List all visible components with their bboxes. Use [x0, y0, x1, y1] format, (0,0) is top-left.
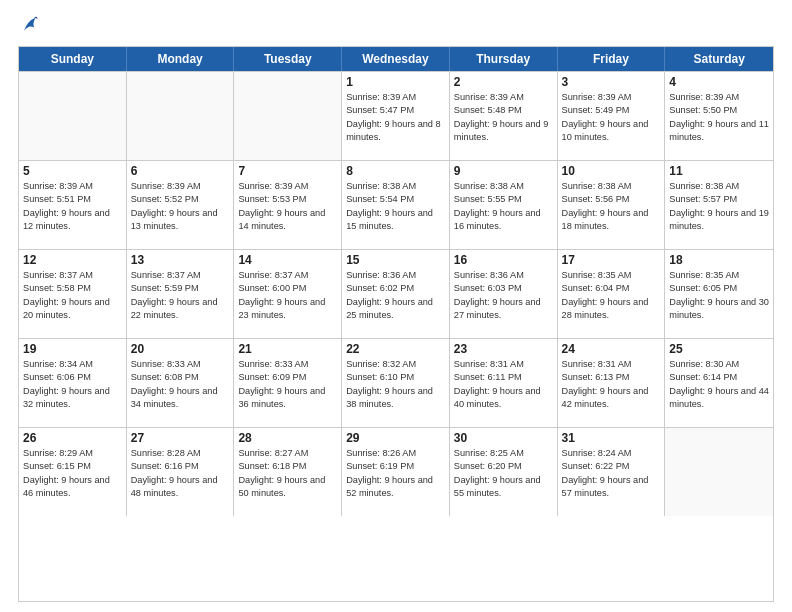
calendar-header: SundayMondayTuesdayWednesdayThursdayFrid…: [19, 47, 773, 71]
day-number: 26: [23, 431, 122, 445]
day-number: 15: [346, 253, 445, 267]
weekday-header: Thursday: [450, 47, 558, 71]
calendar-day-18: 18Sunrise: 8:35 AM Sunset: 6:05 PM Dayli…: [665, 250, 773, 338]
day-info: Sunrise: 8:33 AM Sunset: 6:09 PM Dayligh…: [238, 358, 337, 411]
day-number: 2: [454, 75, 553, 89]
calendar-empty-cell: [234, 72, 342, 160]
day-info: Sunrise: 8:39 AM Sunset: 5:53 PM Dayligh…: [238, 180, 337, 233]
day-number: 17: [562, 253, 661, 267]
calendar-day-21: 21Sunrise: 8:33 AM Sunset: 6:09 PM Dayli…: [234, 339, 342, 427]
day-number: 12: [23, 253, 122, 267]
calendar-day-23: 23Sunrise: 8:31 AM Sunset: 6:11 PM Dayli…: [450, 339, 558, 427]
day-info: Sunrise: 8:37 AM Sunset: 5:58 PM Dayligh…: [23, 269, 122, 322]
calendar-day-17: 17Sunrise: 8:35 AM Sunset: 6:04 PM Dayli…: [558, 250, 666, 338]
weekday-header: Friday: [558, 47, 666, 71]
calendar-day-29: 29Sunrise: 8:26 AM Sunset: 6:19 PM Dayli…: [342, 428, 450, 516]
day-number: 19: [23, 342, 122, 356]
day-info: Sunrise: 8:39 AM Sunset: 5:51 PM Dayligh…: [23, 180, 122, 233]
day-number: 14: [238, 253, 337, 267]
day-info: Sunrise: 8:38 AM Sunset: 5:56 PM Dayligh…: [562, 180, 661, 233]
day-number: 8: [346, 164, 445, 178]
day-number: 30: [454, 431, 553, 445]
calendar-week: 1Sunrise: 8:39 AM Sunset: 5:47 PM Daylig…: [19, 71, 773, 160]
calendar-week: 12Sunrise: 8:37 AM Sunset: 5:58 PM Dayli…: [19, 249, 773, 338]
header: [18, 16, 774, 36]
day-info: Sunrise: 8:35 AM Sunset: 6:04 PM Dayligh…: [562, 269, 661, 322]
day-number: 6: [131, 164, 230, 178]
weekday-header: Wednesday: [342, 47, 450, 71]
day-number: 24: [562, 342, 661, 356]
calendar-day-12: 12Sunrise: 8:37 AM Sunset: 5:58 PM Dayli…: [19, 250, 127, 338]
calendar-day-30: 30Sunrise: 8:25 AM Sunset: 6:20 PM Dayli…: [450, 428, 558, 516]
calendar-day-27: 27Sunrise: 8:28 AM Sunset: 6:16 PM Dayli…: [127, 428, 235, 516]
calendar-day-6: 6Sunrise: 8:39 AM Sunset: 5:52 PM Daylig…: [127, 161, 235, 249]
day-info: Sunrise: 8:31 AM Sunset: 6:13 PM Dayligh…: [562, 358, 661, 411]
weekday-header: Saturday: [665, 47, 773, 71]
day-number: 5: [23, 164, 122, 178]
day-number: 20: [131, 342, 230, 356]
day-info: Sunrise: 8:36 AM Sunset: 6:02 PM Dayligh…: [346, 269, 445, 322]
calendar-day-26: 26Sunrise: 8:29 AM Sunset: 6:15 PM Dayli…: [19, 428, 127, 516]
calendar-day-9: 9Sunrise: 8:38 AM Sunset: 5:55 PM Daylig…: [450, 161, 558, 249]
day-number: 25: [669, 342, 769, 356]
calendar-day-5: 5Sunrise: 8:39 AM Sunset: 5:51 PM Daylig…: [19, 161, 127, 249]
day-info: Sunrise: 8:38 AM Sunset: 5:55 PM Dayligh…: [454, 180, 553, 233]
day-info: Sunrise: 8:32 AM Sunset: 6:10 PM Dayligh…: [346, 358, 445, 411]
calendar-empty-cell: [665, 428, 773, 516]
day-number: 16: [454, 253, 553, 267]
calendar-week: 26Sunrise: 8:29 AM Sunset: 6:15 PM Dayli…: [19, 427, 773, 516]
day-info: Sunrise: 8:39 AM Sunset: 5:49 PM Dayligh…: [562, 91, 661, 144]
day-number: 11: [669, 164, 769, 178]
calendar-day-28: 28Sunrise: 8:27 AM Sunset: 6:18 PM Dayli…: [234, 428, 342, 516]
day-number: 10: [562, 164, 661, 178]
day-number: 27: [131, 431, 230, 445]
day-number: 23: [454, 342, 553, 356]
day-info: Sunrise: 8:39 AM Sunset: 5:52 PM Dayligh…: [131, 180, 230, 233]
day-info: Sunrise: 8:29 AM Sunset: 6:15 PM Dayligh…: [23, 447, 122, 500]
day-info: Sunrise: 8:37 AM Sunset: 5:59 PM Dayligh…: [131, 269, 230, 322]
calendar: SundayMondayTuesdayWednesdayThursdayFrid…: [18, 46, 774, 602]
calendar-week: 19Sunrise: 8:34 AM Sunset: 6:06 PM Dayli…: [19, 338, 773, 427]
day-number: 7: [238, 164, 337, 178]
day-info: Sunrise: 8:39 AM Sunset: 5:48 PM Dayligh…: [454, 91, 553, 144]
calendar-week: 5Sunrise: 8:39 AM Sunset: 5:51 PM Daylig…: [19, 160, 773, 249]
weekday-header: Sunday: [19, 47, 127, 71]
calendar-day-2: 2Sunrise: 8:39 AM Sunset: 5:48 PM Daylig…: [450, 72, 558, 160]
day-number: 4: [669, 75, 769, 89]
day-info: Sunrise: 8:26 AM Sunset: 6:19 PM Dayligh…: [346, 447, 445, 500]
calendar-day-7: 7Sunrise: 8:39 AM Sunset: 5:53 PM Daylig…: [234, 161, 342, 249]
day-number: 18: [669, 253, 769, 267]
calendar-empty-cell: [19, 72, 127, 160]
calendar-body: 1Sunrise: 8:39 AM Sunset: 5:47 PM Daylig…: [19, 71, 773, 516]
calendar-day-24: 24Sunrise: 8:31 AM Sunset: 6:13 PM Dayli…: [558, 339, 666, 427]
calendar-day-19: 19Sunrise: 8:34 AM Sunset: 6:06 PM Dayli…: [19, 339, 127, 427]
calendar-day-3: 3Sunrise: 8:39 AM Sunset: 5:49 PM Daylig…: [558, 72, 666, 160]
day-info: Sunrise: 8:37 AM Sunset: 6:00 PM Dayligh…: [238, 269, 337, 322]
calendar-empty-cell: [127, 72, 235, 160]
calendar-day-10: 10Sunrise: 8:38 AM Sunset: 5:56 PM Dayli…: [558, 161, 666, 249]
calendar-day-31: 31Sunrise: 8:24 AM Sunset: 6:22 PM Dayli…: [558, 428, 666, 516]
day-info: Sunrise: 8:27 AM Sunset: 6:18 PM Dayligh…: [238, 447, 337, 500]
logo-bird-icon: [20, 14, 38, 36]
day-info: Sunrise: 8:38 AM Sunset: 5:57 PM Dayligh…: [669, 180, 769, 233]
calendar-day-14: 14Sunrise: 8:37 AM Sunset: 6:00 PM Dayli…: [234, 250, 342, 338]
day-info: Sunrise: 8:31 AM Sunset: 6:11 PM Dayligh…: [454, 358, 553, 411]
day-info: Sunrise: 8:39 AM Sunset: 5:50 PM Dayligh…: [669, 91, 769, 144]
day-info: Sunrise: 8:33 AM Sunset: 6:08 PM Dayligh…: [131, 358, 230, 411]
day-info: Sunrise: 8:36 AM Sunset: 6:03 PM Dayligh…: [454, 269, 553, 322]
day-number: 21: [238, 342, 337, 356]
calendar-day-20: 20Sunrise: 8:33 AM Sunset: 6:08 PM Dayli…: [127, 339, 235, 427]
day-info: Sunrise: 8:39 AM Sunset: 5:47 PM Dayligh…: [346, 91, 445, 144]
day-number: 29: [346, 431, 445, 445]
day-info: Sunrise: 8:30 AM Sunset: 6:14 PM Dayligh…: [669, 358, 769, 411]
day-number: 9: [454, 164, 553, 178]
calendar-day-11: 11Sunrise: 8:38 AM Sunset: 5:57 PM Dayli…: [665, 161, 773, 249]
day-info: Sunrise: 8:25 AM Sunset: 6:20 PM Dayligh…: [454, 447, 553, 500]
weekday-header: Tuesday: [234, 47, 342, 71]
day-number: 13: [131, 253, 230, 267]
calendar-day-22: 22Sunrise: 8:32 AM Sunset: 6:10 PM Dayli…: [342, 339, 450, 427]
calendar-day-15: 15Sunrise: 8:36 AM Sunset: 6:02 PM Dayli…: [342, 250, 450, 338]
calendar-day-4: 4Sunrise: 8:39 AM Sunset: 5:50 PM Daylig…: [665, 72, 773, 160]
calendar-day-16: 16Sunrise: 8:36 AM Sunset: 6:03 PM Dayli…: [450, 250, 558, 338]
logo: [18, 16, 38, 36]
